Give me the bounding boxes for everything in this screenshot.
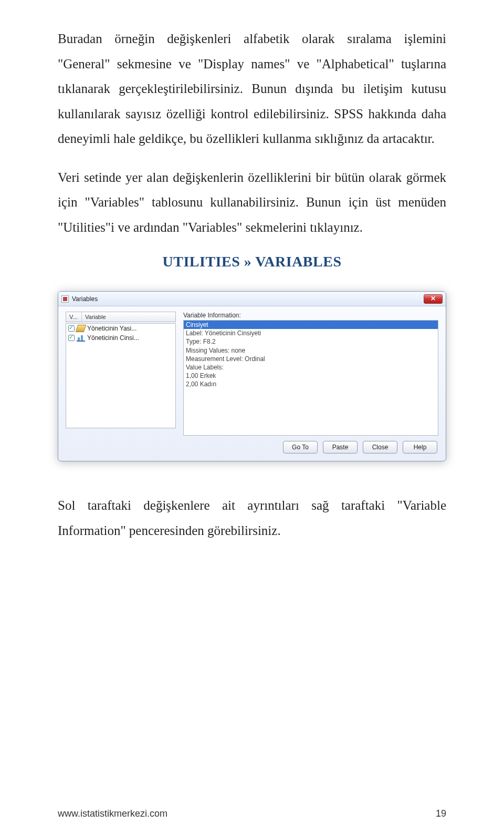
variable-info-line: Type: F8.2 — [184, 337, 438, 346]
variable-info-line: Missing Values: none — [184, 346, 438, 355]
paragraph-1: Buradan örneğin değişkenleri alfabetik o… — [58, 26, 446, 151]
visibility-checkbox[interactable] — [68, 335, 75, 341]
variables-dialog-figure: Variables ✕ V... Variable — [58, 291, 446, 461]
window-close-button[interactable]: ✕ — [424, 294, 443, 304]
nav-heading: UTILITIES » VARIABLES — [58, 253, 446, 270]
variable-info-line: Label: Yöneticinin Cinsiyeti — [184, 329, 438, 337]
variable-info-box[interactable]: Cinsiyet Label: Yöneticinin Cinsiyeti Ty… — [183, 320, 438, 436]
app-icon — [61, 295, 69, 303]
page-number: 19 — [436, 808, 446, 819]
variable-list[interactable]: Yöneticinin Yasi... Yöneticinin Cinsi... — [66, 323, 176, 428]
list-item[interactable]: Yöneticinin Yasi... — [66, 324, 175, 333]
visibility-checkbox[interactable] — [68, 325, 75, 332]
close-icon: ✕ — [430, 295, 436, 302]
list-col-variable[interactable]: Variable — [82, 312, 175, 322]
variable-info-line: 1,00 Erkek — [184, 372, 438, 380]
variables-dialog: Variables ✕ V... Variable — [58, 291, 446, 461]
paragraph-2: Veri setinde yer alan değişkenlerin özel… — [58, 165, 446, 240]
list-col-visible[interactable]: V... — [66, 312, 82, 322]
scale-icon — [76, 325, 87, 332]
help-button[interactable]: Help — [403, 441, 437, 454]
variable-info-caption: Variable Information: — [183, 312, 438, 319]
variable-info-line: Measurement Level: Ordinal — [184, 355, 438, 363]
close-button[interactable]: Close — [363, 441, 397, 454]
goto-button[interactable]: Go To — [283, 441, 318, 454]
variable-info-line: 2,00 Kadın — [184, 380, 438, 388]
dialog-titlebar: Variables ✕ — [58, 292, 446, 306]
page-footer: www.istatistikmerkezi.com 19 — [58, 808, 446, 819]
variable-name: Yöneticinin Cinsi... — [87, 334, 139, 342]
variable-list-pane: V... Variable Yöneticinin Yasi... Yönet — [66, 312, 176, 436]
variable-info-pane: Variable Information: Cinsiyet Label: Yö… — [183, 312, 438, 436]
variable-info-line: Value Labels: — [184, 363, 438, 372]
variable-list-header[interactable]: V... Variable — [66, 312, 176, 322]
dialog-title: Variables — [72, 295, 98, 303]
paste-button[interactable]: Paste — [323, 441, 358, 454]
list-item[interactable]: Yöneticinin Cinsi... — [66, 333, 175, 343]
variable-info-selected: Cinsiyet — [184, 321, 438, 329]
variable-name: Yöneticinin Yasi... — [87, 325, 136, 332]
dialog-button-row: Go To Paste Close Help — [58, 437, 446, 461]
footer-url: www.istatistikmerkezi.com — [58, 808, 167, 819]
paragraph-3: Sol taraftaki değişkenlere ait ayrıntıla… — [58, 493, 446, 543]
ordinal-icon — [77, 334, 85, 342]
